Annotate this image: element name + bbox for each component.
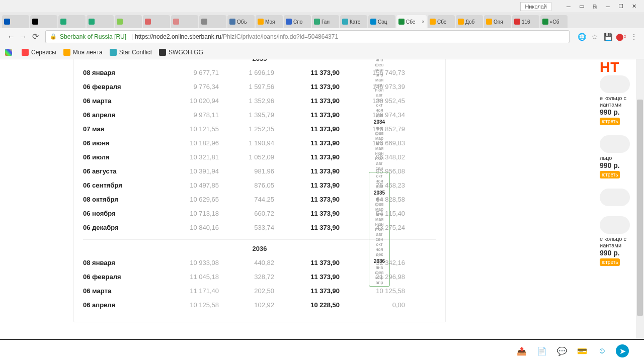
window-max-icon[interactable]: ☐ — [615, 2, 627, 11]
nav-month[interactable]: мая — [369, 146, 390, 151]
nav-month[interactable]: мар — [369, 67, 390, 72]
omnibox[interactable]: 🔒 Sberbank of Russia [RU] | https://node… — [45, 30, 570, 43]
nav-month[interactable]: ноя — [369, 178, 389, 184]
nav-forward-icon[interactable]: → — [17, 31, 29, 43]
browser-tab[interactable] — [115, 15, 142, 28]
browser-tab[interactable] — [58, 15, 86, 28]
ad-item[interactable]: льцо990 р.ютреть — [600, 135, 635, 178]
card-icon[interactable]: 💳 — [576, 344, 589, 357]
nav-month[interactable]: ноя — [369, 108, 390, 113]
nav-month[interactable]: апр — [369, 280, 389, 285]
bookmark-item[interactable]: SWGOH.GG — [159, 49, 203, 56]
share-icon[interactable]: 📤 — [515, 344, 528, 357]
browser-tab[interactable] — [143, 15, 170, 28]
nav-month[interactable]: июл — [369, 227, 389, 232]
nav-month[interactable]: янв — [369, 126, 390, 131]
nav-month[interactable]: авг — [369, 232, 389, 237]
nav-month[interactable]: сен — [369, 237, 389, 242]
window-min-icon[interactable]: ─ — [562, 2, 575, 11]
browser-tab[interactable]: Сбе× — [396, 15, 427, 28]
save-icon[interactable]: 💾 — [603, 32, 613, 42]
browser-tab[interactable]: Объ — [227, 15, 255, 28]
browser-tab[interactable]: Спо — [284, 15, 311, 28]
window-app-icon[interactable]: ⎘ — [589, 2, 601, 11]
nav-month[interactable]: янв — [369, 197, 389, 202]
browser-tab[interactable]: Кате — [340, 15, 367, 28]
nav-month[interactable]: окт — [369, 242, 389, 247]
menu-icon[interactable]: ⋮ — [629, 32, 639, 42]
apps-button[interactable] — [5, 49, 15, 56]
ad-item[interactable]: е кольцо сиантами990 р.ютреть — [600, 75, 635, 125]
nav-month[interactable]: мая — [369, 77, 390, 82]
bookmark-item[interactable]: Моя лента — [63, 49, 103, 56]
nav-month[interactable]: дек — [369, 113, 390, 118]
nav-month[interactable]: мар — [369, 207, 389, 212]
send-icon[interactable]: ➤ — [616, 344, 629, 357]
nav-month[interactable]: янв — [369, 265, 389, 270]
close-tab-icon[interactable]: × — [422, 19, 425, 25]
nav-year[interactable]: 2034 — [369, 120, 390, 125]
nav-month[interactable]: мар — [369, 275, 389, 280]
nav-month[interactable]: сен — [369, 166, 390, 171]
browser-tab[interactable] — [87, 15, 114, 28]
nav-month[interactable]: фев — [369, 62, 390, 67]
nav-month[interactable]: фев — [369, 202, 389, 207]
payment-date: 08 января — [83, 259, 164, 266]
nav-month[interactable]: авг — [369, 161, 390, 166]
browser-tab[interactable] — [30, 15, 57, 28]
nav-month[interactable]: дек — [369, 184, 389, 189]
nav-month[interactable]: апр — [369, 72, 390, 77]
ad-button[interactable]: ютреть — [600, 171, 620, 178]
browser-tab[interactable] — [2, 15, 29, 28]
nav-month[interactable]: окт — [369, 103, 390, 108]
ad-item[interactable]: е кольцо сиантами990 р.ютреть — [600, 216, 635, 266]
browser-tab[interactable]: «Сб — [540, 15, 568, 28]
browser-tab[interactable]: Сбе — [428, 15, 455, 28]
principal: 9 978,11 — [164, 111, 219, 119]
bookmark-item[interactable]: Сервисы — [22, 49, 56, 56]
browser-tab[interactable] — [199, 15, 226, 28]
nav-month[interactable]: авг — [369, 93, 390, 98]
browser-tab[interactable]: Соц — [368, 15, 395, 28]
nav-month[interactable]: июн — [369, 82, 390, 87]
nav-year[interactable]: 2035 — [369, 191, 389, 196]
opera-icon[interactable]: ⬤2 — [616, 32, 626, 42]
nav-year[interactable]: 2036 — [369, 259, 389, 264]
nav-month[interactable]: июл — [369, 87, 390, 93]
browser-tab[interactable]: Опя — [484, 15, 511, 28]
nav-month[interactable]: дек — [369, 252, 389, 257]
document-icon[interactable]: 📄 — [535, 344, 548, 357]
nav-month[interactable]: июл — [369, 156, 390, 161]
nav-month[interactable]: сен — [369, 98, 390, 103]
face-icon[interactable]: ☺ — [596, 344, 609, 357]
chat-icon[interactable]: 💬 — [555, 344, 569, 357]
window-restore-icon[interactable]: ▭ — [576, 2, 588, 11]
window-min2-icon[interactable]: ─ — [602, 2, 614, 11]
browser-tab[interactable]: Доб — [456, 15, 483, 28]
nav-reload-icon[interactable]: ⟳ — [29, 31, 41, 43]
translate-icon[interactable]: 🌐 — [577, 32, 587, 42]
nav-month[interactable]: апр — [369, 212, 389, 217]
browser-tab[interactable]: Моя — [256, 15, 283, 28]
nav-month[interactable]: апр — [369, 141, 390, 146]
browser-tab[interactable]: Ган — [312, 15, 339, 28]
browser-tab[interactable] — [171, 15, 198, 28]
ad-button[interactable]: ютреть — [600, 118, 620, 125]
nav-month[interactable]: июн — [369, 222, 389, 227]
nav-month[interactable]: фев — [369, 131, 390, 136]
nav-month[interactable]: фев — [369, 270, 389, 275]
nav-month[interactable]: мая — [369, 217, 389, 222]
bookmark-star-icon[interactable]: ☆ — [590, 32, 600, 42]
nav-back-icon[interactable]: ← — [5, 31, 17, 43]
nav-month[interactable]: июн — [369, 151, 390, 156]
nav-month[interactable]: ноя — [369, 247, 389, 252]
vertical-scrollbar[interactable] — [636, 59, 644, 339]
scrollbar-thumb[interactable] — [637, 100, 643, 316]
nav-month[interactable]: мар — [369, 136, 390, 141]
browser-tab[interactable]: 116 — [512, 15, 539, 28]
ad-item[interactable] — [600, 189, 635, 206]
window-close-icon[interactable]: ✕ — [628, 2, 640, 11]
ad-button[interactable]: ютреть — [600, 258, 620, 266]
bookmark-item[interactable]: Star Conflict — [110, 49, 152, 56]
nav-month[interactable]: окт — [369, 173, 389, 178]
